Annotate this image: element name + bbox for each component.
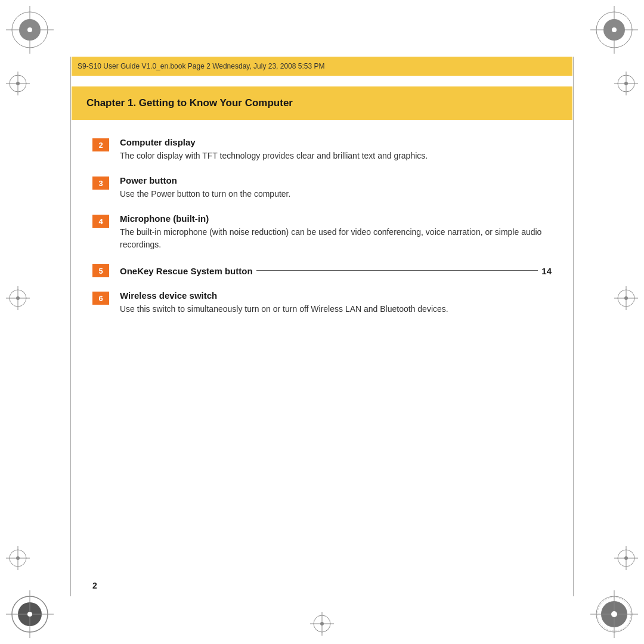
svg-point-36 <box>624 296 628 300</box>
right-border-line <box>573 57 574 596</box>
item-2-desc: The color display with TFT technology pr… <box>120 150 552 162</box>
corner-mark-tl <box>6 6 54 54</box>
toc-dots <box>256 270 538 271</box>
item-3-row: 3 Power button Use the Power button to t… <box>92 175 552 200</box>
corner-mark-br <box>590 590 638 638</box>
item-4-row: 4 Microphone (built-in) The built-in mic… <box>92 213 552 251</box>
svg-point-48 <box>320 622 324 626</box>
svg-point-28 <box>16 296 20 300</box>
svg-point-9 <box>612 27 617 32</box>
item-2-content: Computer display The color display with … <box>120 137 552 162</box>
svg-point-44 <box>624 556 628 560</box>
chapter-header: Chapter 1. Getting to Know Your Computer <box>72 86 572 120</box>
item-6-desc: Use this switch to simultaneously turn o… <box>120 303 552 315</box>
item-3-title: Power button <box>120 175 552 185</box>
item-5-content: OneKey Rescue System button 14 <box>120 266 552 276</box>
reg-mark-right-mid <box>614 286 638 312</box>
reg-mark-left-bot <box>6 546 30 572</box>
content-area: 2 Computer display The color display wit… <box>92 137 552 329</box>
reg-mark-left-top <box>6 72 30 98</box>
reg-mark-right-bot <box>614 546 638 572</box>
item-3-desc: Use the Power button to turn on the comp… <box>120 188 552 200</box>
reg-mark-left-mid <box>6 286 30 312</box>
item-5-title: OneKey Rescue System button <box>120 266 253 276</box>
item-4-desc: The built-in microphone (with noise redu… <box>120 226 552 251</box>
left-border-line <box>70 57 71 596</box>
item-2-number: 2 <box>92 138 109 151</box>
item-5-row: 5 OneKey Rescue System button 14 <box>92 264 552 277</box>
svg-point-40 <box>16 556 20 560</box>
corner-mark-tr <box>590 6 638 54</box>
item-2-title: Computer display <box>120 137 552 147</box>
item-4-number: 4 <box>92 215 109 228</box>
svg-point-24 <box>16 82 20 85</box>
file-info-bar: S9-S10 User Guide V1.0_en.book Page 2 We… <box>72 57 572 76</box>
reg-mark-bottom-mid <box>310 612 334 638</box>
svg-point-19 <box>611 611 617 617</box>
item-6-number: 6 <box>92 292 109 305</box>
item-5-number: 5 <box>92 264 109 277</box>
file-info-text: S9-S10 User Guide V1.0_en.book Page 2 We… <box>78 62 325 70</box>
item-3-content: Power button Use the Power button to tur… <box>120 175 552 200</box>
chapter-title: Chapter 1. Getting to Know Your Computer <box>86 97 293 109</box>
item-3-number: 3 <box>92 177 109 190</box>
page-number: 2 <box>92 581 97 590</box>
corner-mark-bl <box>6 590 54 638</box>
svg-point-4 <box>27 27 32 32</box>
reg-mark-right-top <box>614 72 638 98</box>
item-5-page: 14 <box>541 266 552 276</box>
svg-point-32 <box>624 82 628 85</box>
item-2-row: 2 Computer display The color display wit… <box>92 137 552 162</box>
item-4-title: Microphone (built-in) <box>120 213 552 224</box>
item-6-content: Wireless device switch Use this switch t… <box>120 290 552 315</box>
item-4-content: Microphone (built-in) The built-in micro… <box>120 213 552 251</box>
svg-point-14 <box>27 612 32 617</box>
item-6-row: 6 Wireless device switch Use this switch… <box>92 290 552 315</box>
item-6-title: Wireless device switch <box>120 290 552 301</box>
